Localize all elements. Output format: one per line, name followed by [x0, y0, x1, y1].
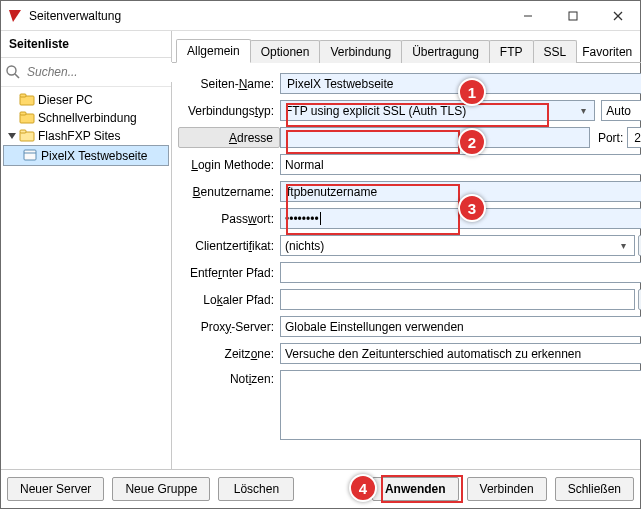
label-client-cert: Clientzertifikat: — [178, 239, 280, 253]
tab-ssl[interactable]: SSL — [533, 40, 578, 63]
svg-rect-2 — [569, 12, 577, 20]
annotation-badge-3: 3 — [458, 194, 486, 222]
timezone-select[interactable]: Versuche den Zeitunterschied automatisch… — [280, 343, 641, 364]
label-login-method: Login Methode: — [178, 158, 280, 172]
proxy-value: Globale Einstellungen verwenden — [285, 320, 464, 334]
notes-textarea[interactable] — [280, 370, 641, 440]
tab-verbindung[interactable]: Verbindung — [319, 40, 402, 63]
svg-line-6 — [15, 74, 19, 78]
close-window-button[interactable]: Schließen — [555, 477, 634, 501]
app-icon — [7, 8, 23, 24]
close-button[interactable] — [595, 1, 640, 30]
proxy-select[interactable]: Globale Einstellungen verwenden ▾ — [280, 316, 641, 337]
svg-marker-0 — [9, 10, 21, 22]
search-row — [1, 58, 171, 87]
conn-auto-select[interactable]: Auto ▾ — [601, 100, 641, 121]
tab-favoriten[interactable]: Favoriten — [576, 41, 638, 63]
conn-auto-value: Auto — [606, 104, 631, 118]
folder-open-icon — [19, 128, 35, 144]
chevron-down-icon: ▾ — [616, 240, 630, 251]
new-group-button[interactable]: Neue Gruppe — [112, 477, 210, 501]
port-input[interactable] — [627, 127, 641, 148]
local-path-input[interactable] — [280, 289, 635, 310]
svg-marker-11 — [8, 133, 16, 139]
client-cert-select[interactable]: (nichts) ▾ — [280, 235, 635, 256]
label-password: Passwort: — [178, 212, 280, 226]
tab-uebertragung[interactable]: Übertragung — [401, 40, 490, 63]
minimize-button[interactable] — [505, 1, 550, 30]
chevron-down-icon: ▾ — [576, 105, 590, 116]
search-icon — [5, 64, 21, 80]
folder-icon — [19, 92, 35, 108]
label-remote-path: Entfernter Pfad: — [178, 266, 280, 280]
tree-item-flashfxp-sites[interactable]: FlashFXP Sites — [3, 127, 169, 145]
new-server-button[interactable]: Neuer Server — [7, 477, 104, 501]
login-method-select[interactable]: Normal ▾ — [280, 154, 641, 175]
tree-item-label: Dieser PC — [38, 93, 93, 107]
search-input[interactable] — [25, 62, 180, 82]
address-input[interactable] — [280, 127, 590, 148]
tree-item-this-pc[interactable]: Dieser PC — [3, 91, 169, 109]
title-bar: Seitenverwaltung — [1, 1, 640, 31]
form-general: Seiten-Name: Verbindungstyp: FTP using e… — [172, 63, 641, 469]
content: Allgemein Optionen Verbindung Übertragun… — [172, 31, 641, 469]
site-icon — [22, 148, 38, 164]
maximize-button[interactable] — [550, 1, 595, 30]
label-timezone: Zeitzone: — [178, 347, 280, 361]
svg-rect-10 — [20, 112, 26, 115]
svg-rect-8 — [20, 94, 26, 97]
delete-button[interactable]: Löschen — [218, 477, 294, 501]
label-proxy: Proxy-Server: — [178, 320, 280, 334]
label-username: Benutzername: — [178, 185, 280, 199]
login-method-value: Normal — [285, 158, 324, 172]
expand-toggle[interactable] — [5, 129, 19, 143]
label-notes: Notizen: — [178, 370, 280, 386]
window: Seitenverwaltung Seitenliste Dieser PC — [0, 0, 641, 509]
remote-path-input[interactable] — [280, 262, 641, 283]
tree-item-label: Schnellverbindung — [38, 111, 137, 125]
tab-bar: Allgemein Optionen Verbindung Übertragun… — [172, 37, 641, 63]
folder-icon — [19, 110, 35, 126]
conn-type-value: FTP using explicit SSL (Auth TLS) — [285, 104, 466, 118]
svg-point-5 — [7, 66, 16, 75]
label-port: Port: — [598, 131, 623, 145]
site-tree[interactable]: Dieser PC Schnellverbindung FlashFXP Sit… — [1, 87, 171, 469]
timezone-value: Versuche den Zeitunterschied automatisch… — [285, 347, 581, 361]
tab-allgemein[interactable]: Allgemein — [176, 39, 251, 63]
tree-item-pixelx-site[interactable]: PixelX Testwebseite — [3, 145, 169, 166]
label-local-path: Lokaler Pfad: — [178, 293, 280, 307]
tab-ftp[interactable]: FTP — [489, 40, 534, 63]
footer: Neuer Server Neue Gruppe Löschen Anwende… — [1, 469, 640, 508]
sidebar: Seitenliste Dieser PC Schnellverbindung — [1, 31, 172, 469]
svg-rect-14 — [24, 150, 36, 160]
annotation-badge-4: 4 — [349, 474, 377, 502]
window-title: Seitenverwaltung — [29, 9, 505, 23]
sidebar-title: Seitenliste — [1, 31, 171, 58]
svg-rect-13 — [20, 130, 26, 133]
annotation-badge-1: 1 — [458, 78, 486, 106]
client-cert-value: (nichts) — [285, 239, 324, 253]
tab-optionen[interactable]: Optionen — [250, 40, 321, 63]
tree-item-label: PixelX Testwebseite — [41, 149, 148, 163]
label-site-name: Seiten-Name: — [178, 77, 280, 91]
connect-button[interactable]: Verbinden — [467, 477, 547, 501]
tree-item-quickconnect[interactable]: Schnellverbindung — [3, 109, 169, 127]
tree-item-label: FlashFXP Sites — [38, 129, 120, 143]
label-conn-type: Verbindungstyp: — [178, 104, 280, 118]
conn-type-select[interactable]: FTP using explicit SSL (Auth TLS) ▾ — [280, 100, 595, 121]
apply-button[interactable]: Anwenden — [372, 477, 459, 501]
address-button[interactable]: Adresse — [178, 127, 280, 148]
annotation-badge-2: 2 — [458, 128, 486, 156]
